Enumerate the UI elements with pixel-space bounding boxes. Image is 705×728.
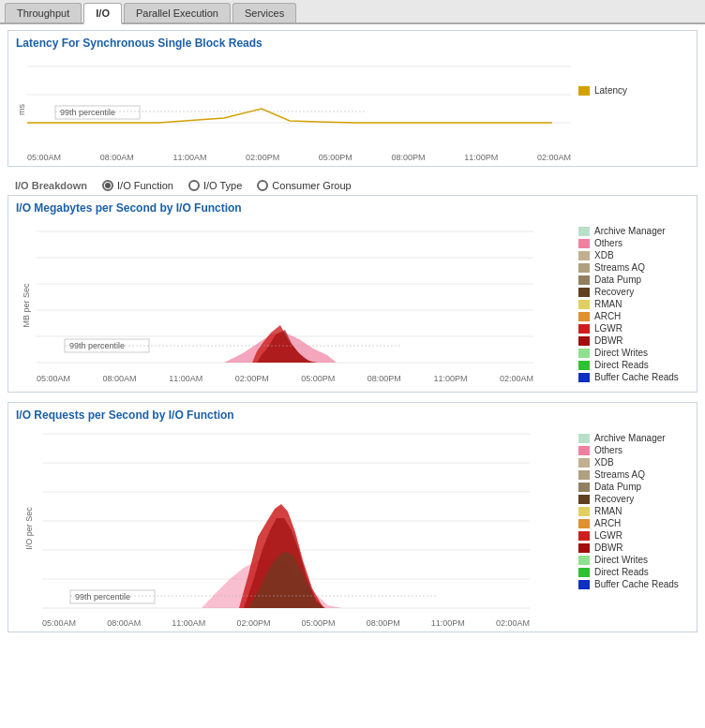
iops-legend-9: DBWR <box>594 542 623 553</box>
tab-bar: Throughput I/O Parallel Execution Servic… <box>0 0 705 24</box>
iops-legend-6: RMAN <box>594 506 622 516</box>
mbps-x-4: 05:00PM <box>301 374 335 383</box>
iops-legend-8: LGWR <box>594 530 622 541</box>
x-tick-3: 02:00PM <box>246 153 279 162</box>
mbps-legend-1: Others <box>594 238 622 248</box>
x-tick-5: 08:00PM <box>392 153 426 162</box>
mbps-x-1: 08:00AM <box>103 374 137 383</box>
iops-legend-2: XDB <box>594 457 614 468</box>
mbps-x-0: 05:00AM <box>37 374 70 383</box>
iops-legend-1: Others <box>594 445 622 455</box>
mbps-legend-9: DBWR <box>594 335 623 346</box>
tab-parallel-execution[interactable]: Parallel Execution <box>124 3 231 22</box>
x-tick-1: 08:00AM <box>100 153 134 162</box>
mbps-legend-2: XDB <box>594 250 614 260</box>
svg-text:99th percentile: 99th percentile <box>75 592 130 602</box>
mbps-legend-8: LGWR <box>594 323 622 334</box>
tab-services[interactable]: Services <box>232 3 296 22</box>
mbps-legend-11: Direct Reads <box>594 360 649 370</box>
latency-chart-section: Latency For Synchronous Single Block Rea… <box>8 30 698 167</box>
breakdown-io-function[interactable]: I/O Function <box>102 180 173 191</box>
latency-chart-title: Latency For Synchronous Single Block Rea… <box>8 31 697 53</box>
iops-legend-10: Direct Writes <box>594 555 648 565</box>
mbps-legend-3: Streams AQ <box>594 262 645 273</box>
mbps-legend-5: Recovery <box>594 287 634 297</box>
iops-x-4: 05:00PM <box>302 618 336 628</box>
iops-legend-0: Archive Manager <box>594 433 666 443</box>
x-tick-6: 11:00PM <box>464 153 498 162</box>
io-breakdown-row: I/O Breakdown I/O Function I/O Type Cons… <box>8 176 698 195</box>
iops-chart-title: I/O Requests per Second by I/O Function <box>8 403 697 425</box>
iops-legend-5: Recovery <box>594 494 634 504</box>
mbps-x-6: 11:00PM <box>433 374 467 383</box>
iops-x-3: 02:00PM <box>236 618 270 628</box>
x-tick-4: 05:00PM <box>319 153 352 162</box>
mbps-x-2: 11:00AM <box>169 374 202 383</box>
breakdown-io-type[interactable]: I/O Type <box>188 180 242 191</box>
mbps-legend-12: Buffer Cache Reads <box>594 372 679 382</box>
mbps-legend-0: Archive Manager <box>594 226 666 236</box>
iops-x-1: 08:00AM <box>107 618 141 628</box>
iops-legend-11: Direct Reads <box>594 567 649 577</box>
iops-legend-7: ARCH <box>594 518 621 528</box>
latency-y-axis-label: ms <box>17 104 26 115</box>
latency-legend-label: Latency <box>594 85 627 96</box>
iops-legend-4: Data Pump <box>594 482 641 492</box>
iops-x-2: 11:00AM <box>172 618 205 628</box>
mbps-legend-7: ARCH <box>594 311 621 321</box>
mbps-legend-10: Direct Writes <box>594 348 648 358</box>
mbps-chart-section: I/O Megabytes per Second by I/O Function… <box>8 195 698 393</box>
breakdown-io-function-label: I/O Function <box>117 180 173 191</box>
mbps-x-3: 02:00PM <box>235 374 269 383</box>
iops-x-7: 02:00AM <box>496 618 530 628</box>
iops-x-5: 08:00PM <box>367 618 400 628</box>
mbps-chart-title: I/O Megabytes per Second by I/O Function <box>8 196 697 218</box>
iops-legend-12: Buffer Cache Reads <box>594 579 679 589</box>
mbps-x-5: 08:00PM <box>368 374 401 383</box>
iops-x-0: 05:00AM <box>42 618 76 628</box>
breakdown-label: I/O Breakdown <box>15 180 87 191</box>
mbps-x-7: 02:00AM <box>500 374 533 383</box>
breakdown-consumer-group[interactable]: Consumer Group <box>257 180 351 191</box>
iops-y-axis-label: I/O per Sec <box>24 507 34 550</box>
x-tick-2: 11:00AM <box>172 153 206 162</box>
iops-chart-section: I/O Requests per Second by I/O Function … <box>8 402 698 632</box>
mbps-legend-6: RMAN <box>594 299 622 309</box>
mbps-y-axis-label: MB per Sec <box>22 283 31 327</box>
svg-text:99th percentile: 99th percentile <box>60 108 115 117</box>
latency-legend-color <box>578 86 590 96</box>
mbps-legend-4: Data Pump <box>594 275 641 285</box>
breakdown-consumer-group-label: Consumer Group <box>272 180 351 191</box>
tab-io[interactable]: I/O <box>83 3 122 24</box>
tab-throughput[interactable]: Throughput <box>5 3 82 22</box>
breakdown-io-type-label: I/O Type <box>203 180 242 191</box>
x-tick-7: 02:00AM <box>537 153 571 162</box>
iops-legend-3: Streams AQ <box>594 469 645 480</box>
x-tick-0: 05:00AM <box>27 153 61 162</box>
iops-x-6: 11:00PM <box>431 618 465 628</box>
